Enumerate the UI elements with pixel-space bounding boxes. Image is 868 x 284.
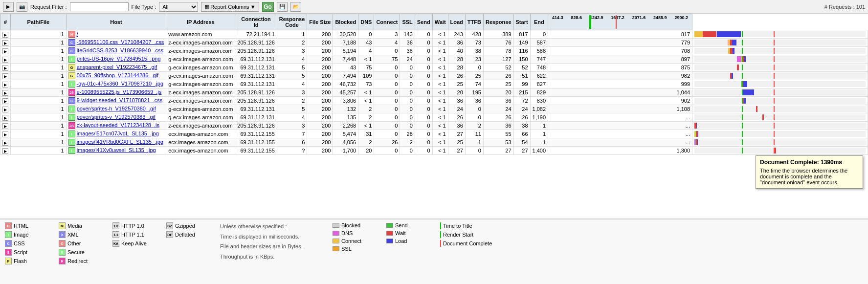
file-type-select[interactable]: All HTML CSS JS Image Media Other — [159, 2, 198, 12]
col-send: Send — [415, 14, 432, 30]
cell-timeline — [692, 39, 868, 47]
cell-num: 1 — [11, 47, 67, 55]
request-filter-input[interactable] — [70, 2, 129, 11]
path-link[interactable]: pover/sprites-v_V192570383_.gif — [77, 114, 156, 120]
play-button[interactable]: ▶ — [2, 123, 8, 129]
table-row: ▶ 1 I images/l517cn07JvdL_SL135_.jpg ecx… — [0, 130, 868, 138]
load-color — [386, 239, 393, 243]
path-link[interactable]: ansparent-pixel_V192234675_.gif — [77, 64, 157, 70]
cell-load: 36 — [465, 97, 483, 105]
cell-size: 132 — [333, 105, 358, 113]
play-button[interactable]: ▶ — [2, 90, 8, 96]
legend-ssl-label: SSL — [341, 246, 352, 252]
cell-ssl: 0 — [415, 113, 432, 122]
toolbar-icon-2[interactable]: 📷 — [17, 2, 27, 12]
cell-host: g-ecx.images-amazon.com — [166, 105, 235, 113]
cell-dns: 0 — [374, 88, 400, 97]
cell-conn: 4 — [277, 55, 307, 64]
cell-timeline — [692, 130, 868, 138]
path-link[interactable]: -qw-01c-475x360_V170987210_.jpg — [77, 81, 163, 87]
cell-size: 5,194 — [333, 47, 358, 55]
path-link[interactable]: ck-layout-seeded_V171234128_.is — [77, 122, 159, 128]
table-row: ▶ 1 JS ck-layout-seeded_V171234128_.is z… — [0, 122, 868, 130]
play-button[interactable]: ▶ — [2, 140, 8, 146]
cell-num: 1 — [11, 80, 67, 88]
play-button[interactable]: ▶ — [2, 82, 8, 87]
path-link[interactable]: prites-US-16piv_V172849515_.png — [77, 56, 161, 62]
col-dns: DNS — [358, 14, 374, 30]
cell-send: < 1 — [432, 138, 448, 147]
path-link[interactable]: images/l517cn07JvdL_SL135_.jpg — [77, 131, 159, 136]
legend-note-4: Throughput is in KBps. — [220, 253, 318, 261]
play-button[interactable]: ▶ — [2, 98, 8, 104]
play-button[interactable]: ▶ — [2, 131, 8, 137]
play-button[interactable]: ▶ — [2, 40, 8, 46]
path-link[interactable]: 9-widget-seeded_V171078821_.css — [77, 97, 163, 103]
cell-start: 1,190 — [530, 113, 548, 122]
col-ttfb: TTFB — [465, 14, 483, 30]
legend-encoding-col: GZ Gzipped DF Deflated — [166, 222, 205, 238]
cell-response: 99 — [513, 80, 530, 88]
table-row: ▶ 1 H / www.amazon.com 72.21.194.1 1 200… — [0, 30, 868, 39]
cell-resp: 200 — [307, 64, 333, 72]
cell-send: < 1 — [432, 147, 448, 155]
path-link[interactable]: images/l41VRbd0GXFL_SL135_.jpg — [77, 139, 163, 145]
legend-notes-col: Unless otherwise specified : Time is dis… — [220, 222, 318, 261]
html-icon: H — [5, 222, 12, 229]
legend-protocols-col: 1.0 HTTP 1.0 1.1 HTTP 1.1 KA Keep Alive — [112, 222, 152, 247]
report-columns-button[interactable]: ▦ Report Columns ▼ — [201, 2, 259, 12]
cell-ttfb: 389 — [483, 30, 513, 39]
play-button[interactable]: ▶ — [2, 32, 8, 38]
path-link[interactable]: e-10089555225.js_V173906659_.js — [77, 89, 162, 95]
export-icon-1[interactable]: 💾 — [277, 2, 288, 12]
col-resp: ResponseCode — [277, 14, 307, 30]
cell-response: 150 — [513, 55, 530, 64]
path-link[interactable]: 00x75_90ffshop_V173144286_.gif — [77, 72, 158, 78]
cell-blocked: < 1 — [358, 55, 374, 64]
cell-host: www.amazon.com — [166, 30, 235, 39]
cell-start: 827 — [530, 80, 548, 88]
cell-resp: 200 — [307, 47, 333, 55]
cell-dns: 26 — [374, 138, 400, 147]
cell-play: ▶ — [0, 47, 11, 55]
path-link[interactable]: iteGridCSS-8253_V186639940_.css — [77, 47, 163, 53]
play-button[interactable]: ▶ — [2, 73, 8, 79]
play-button[interactable]: ▶ — [2, 148, 8, 154]
cell-ip: 69.31.112.131 — [235, 72, 277, 80]
cell-response: 149 — [513, 39, 530, 47]
cell-dns: 0 — [374, 105, 400, 113]
cell-path: C 9-widget-seeded_V171078821_.css — [66, 97, 166, 105]
cell-dns: 0 — [374, 130, 400, 138]
cell-ssl: 0 — [415, 97, 432, 105]
cell-blocked: 2 — [358, 105, 374, 113]
cell-ip: 205.128.91.126 — [235, 97, 277, 105]
cell-path: I images/l41Xv0uwsel_SL135_.jpg — [66, 147, 166, 155]
toolbar-icon-1[interactable]: ▶ — [3, 2, 14, 12]
cell-play: ▶ — [0, 55, 11, 64]
path-link[interactable]: pover/sprites-h_V192570380_.gif — [77, 106, 156, 111]
legend-colors-col: Blocked DNS Connect SSL — [333, 222, 372, 252]
cell-host: g-ecx.images-amazon.com — [166, 72, 235, 80]
file-type-label: File Type : — [132, 4, 156, 10]
play-button[interactable]: ▶ — [2, 115, 8, 121]
cell-load: 0 — [465, 105, 483, 113]
path-link[interactable]: / — [77, 31, 78, 37]
legend-redirect: R Redirect — [59, 258, 98, 264]
play-button[interactable]: ▶ — [2, 57, 8, 63]
play-button[interactable]: ▶ — [2, 107, 8, 112]
path-link[interactable]: -5869551106.css_V171084207_.css — [77, 39, 164, 45]
legend-blocked-color: Blocked — [333, 222, 372, 228]
table-row: ▶ 1 G ansparent-pixel_V192234675_.gif g-… — [0, 64, 868, 72]
file-type-icon: C — [68, 39, 75, 46]
play-button[interactable]: ▶ — [2, 65, 8, 71]
cell-conn: 1 — [277, 30, 307, 39]
table-header-row: # Path/File Host IP Address ConnectionId… — [0, 14, 868, 30]
go-button[interactable]: Go — [262, 2, 274, 12]
play-button[interactable]: ▶ — [2, 48, 8, 54]
cell-host: g-ecx.images-amazon.com — [166, 80, 235, 88]
cell-send: < 1 — [432, 39, 448, 47]
path-link[interactable]: images/l41Xv0uwsel_SL135_.jpg — [77, 147, 156, 153]
export-icon-2[interactable]: 📂 — [290, 2, 301, 12]
cell-wait: 36 — [448, 39, 465, 47]
table-row: ▶ 1 I images/l41VRbd0GXFL_SL135_.jpg ecx… — [0, 138, 868, 147]
